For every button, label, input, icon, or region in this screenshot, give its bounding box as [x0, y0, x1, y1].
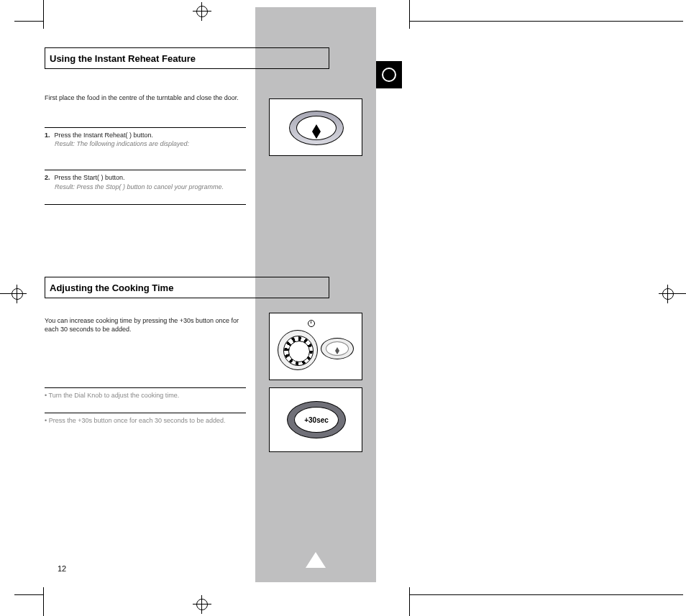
step-text: Press the Instant Reheat( ) button.	[55, 131, 154, 139]
figure-start-button	[269, 98, 362, 156]
step-text: Press the Start( ) button.	[55, 173, 125, 182]
rule	[45, 170, 246, 170]
page-number: 12	[58, 564, 66, 573]
section2-intro: You can increase cooking time by pressin…	[45, 316, 246, 334]
triangle-up-icon	[306, 552, 326, 568]
language-ring-icon	[382, 68, 396, 82]
crop-mark	[43, 587, 44, 616]
section2-body: You can increase cooking time by pressin…	[45, 316, 246, 426]
start-button-icon	[289, 111, 344, 145]
plus30sec-button-icon: +30sec	[287, 401, 346, 438]
diamond-icon	[335, 347, 339, 351]
step-result: Result: Press the Stop( ) button to canc…	[45, 183, 246, 191]
figure-plus30sec-button: +30sec	[269, 387, 362, 452]
rule	[45, 413, 246, 413]
section1-body: First place the food in the centre of th…	[45, 93, 246, 208]
clock-icon	[308, 320, 315, 327]
crop-mark	[14, 21, 43, 22]
section2-item: Turn the Dial Knob to adjust the cooking…	[49, 392, 180, 399]
figure-dial-and-start	[269, 313, 362, 380]
page-edge-tab	[376, 61, 402, 88]
rule	[45, 387, 246, 388]
registration-target-icon	[9, 286, 25, 302]
rule	[45, 127, 246, 128]
section1-intro: First place the food in the centre of th…	[45, 93, 246, 102]
section1-title: Using the Instant Reheat Feature	[45, 47, 329, 69]
crop-mark	[410, 594, 683, 595]
step-result: Result: The following indications are di…	[45, 139, 246, 148]
step-number: 1.	[45, 131, 50, 139]
rule	[45, 204, 246, 205]
section2-title: Adjusting the Cooking Time	[45, 277, 329, 298]
crop-mark	[0, 293, 9, 294]
crop-mark	[677, 293, 686, 294]
start-button-small-icon	[321, 338, 354, 359]
crop-mark	[14, 594, 43, 595]
crop-mark	[43, 0, 44, 29]
crop-mark	[410, 21, 683, 22]
crop-mark	[409, 587, 410, 616]
step-number: 2.	[45, 173, 50, 182]
section2-item: Press the +30s button once for each 30 s…	[49, 417, 226, 424]
registration-target-icon	[660, 286, 676, 302]
dial-knob-icon	[278, 330, 316, 369]
registration-target-icon	[194, 597, 210, 612]
plus30sec-label: +30sec	[294, 407, 339, 433]
diamond-icon	[312, 124, 321, 132]
registration-target-icon	[194, 4, 210, 19]
crop-mark	[409, 0, 410, 29]
